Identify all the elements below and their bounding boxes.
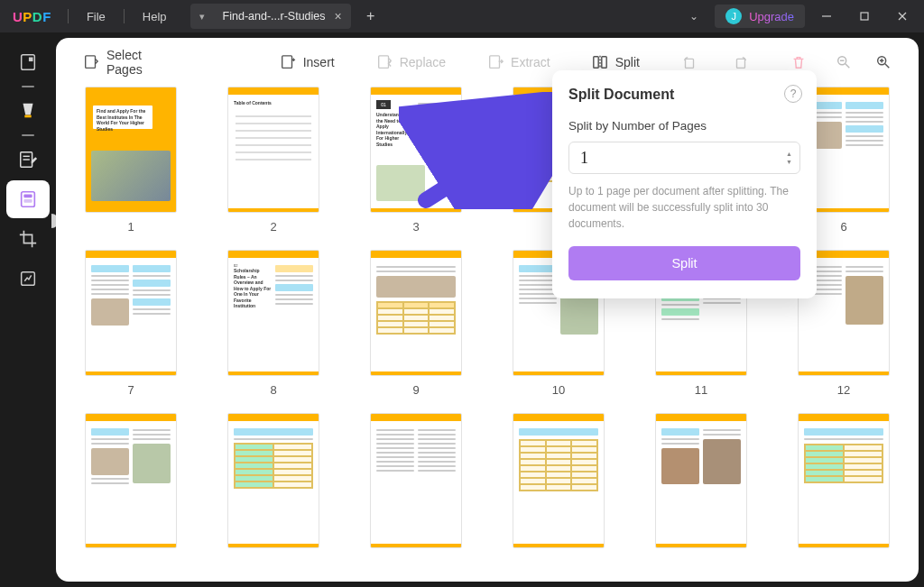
svg-rect-14 [86, 56, 96, 69]
document-tab[interactable]: Find-and-...r-Studies × [214, 4, 351, 29]
svg-rect-18 [378, 56, 388, 69]
zoom-out-button[interactable] [827, 49, 861, 76]
select-pages-button[interactable]: Select Pages [74, 42, 152, 82]
thumb-title: Understanding the Need to Apply Internat… [376, 112, 414, 147]
page-number: 3 [412, 220, 419, 234]
upgrade-label: Upgrade [749, 10, 794, 23]
split-confirm-button[interactable]: Split [568, 246, 800, 280]
upgrade-button[interactable]: J Upgrade [715, 5, 805, 28]
page-thumbnail-18[interactable] [794, 413, 893, 548]
separator [124, 9, 125, 23]
sidebar-crop-icon[interactable] [6, 220, 50, 258]
extract-icon [487, 54, 504, 70]
page-thumbnail-17[interactable] [651, 413, 751, 548]
sidebar [0, 32, 56, 587]
extract-label: Extract [511, 55, 550, 69]
page-number: 9 [412, 383, 419, 397]
zoom-in-icon [875, 54, 892, 70]
split-label: Split [615, 55, 640, 69]
stepper: ▲ ▼ [786, 151, 792, 165]
page-number: 6 [840, 220, 846, 234]
page-thumbnail-16[interactable] [509, 413, 608, 548]
svg-rect-12 [23, 199, 32, 203]
page-number: 12 [837, 383, 850, 397]
insert-icon [280, 54, 296, 70]
svg-line-29 [885, 64, 890, 69]
page-number: 7 [127, 383, 134, 397]
sidebar-separator [6, 132, 50, 139]
menu-file[interactable]: File [72, 10, 120, 23]
sidebar-highlight-icon[interactable] [6, 92, 50, 130]
page-number: 1 [127, 220, 134, 234]
svg-rect-23 [685, 59, 693, 68]
sidebar-watermark-icon[interactable] [6, 260, 50, 298]
split-count-input-wrapper: ▲ ▼ [568, 142, 800, 174]
menu-help[interactable]: Help [128, 10, 181, 23]
page-thumbnail-3[interactable]: 01Understanding the Need to Apply Intern… [366, 87, 466, 234]
thumb-title: Scholarship Rules – An Overview and How … [234, 268, 272, 309]
window-minimize-button[interactable] [810, 0, 843, 32]
select-icon [83, 54, 99, 70]
page-number: 8 [270, 383, 276, 397]
page-number: 2 [270, 220, 276, 234]
svg-rect-24 [736, 59, 744, 68]
thumb-title: Table of Contents [234, 100, 313, 106]
select-pages-label: Select Pages [106, 48, 143, 77]
svg-rect-15 [282, 56, 291, 69]
canvas: Select Pages Insert Replace Extract Spli… [56, 38, 919, 582]
new-tab-button[interactable]: + [358, 4, 383, 29]
replace-label: Replace [400, 55, 446, 69]
popover-title: Split Document [568, 87, 800, 103]
sidebar-separator [6, 83, 50, 90]
sidebar-edit-icon[interactable] [6, 141, 50, 179]
page-thumbnail-2[interactable]: Table of Contents 2 [224, 87, 323, 234]
app-body: Select Pages Insert Replace Extract Spli… [0, 32, 924, 587]
window-maximize-button[interactable] [848, 0, 881, 32]
page-thumbnail-9[interactable]: 9 [366, 250, 466, 397]
page-thumbnail-15[interactable] [366, 413, 466, 548]
chapter-number: 01 [376, 100, 391, 109]
thumb-title: Find and Apply For the Best Institutes I… [93, 105, 152, 134]
app-logo: UPDF [0, 9, 64, 24]
insert-button[interactable]: Insert [271, 49, 344, 76]
zoom-in-button[interactable] [866, 49, 901, 76]
svg-rect-11 [23, 195, 32, 198]
rotate-left-icon [681, 54, 698, 70]
page-thumbnail-1[interactable]: Find and Apply For the Best Institutes I… [81, 87, 180, 234]
thumb-title: The 10 Best Global Universities Leading … [519, 100, 557, 130]
chevron-down-icon[interactable]: ⌄ [679, 10, 709, 23]
replace-button[interactable]: Replace [367, 49, 455, 76]
split-hint: Up to 1 page per document after splittin… [568, 183, 800, 232]
tab-group: ▾ Find-and-...r-Studies × + [190, 4, 383, 29]
window-close-button[interactable] [886, 0, 919, 32]
svg-rect-21 [602, 57, 606, 69]
tab-title: Find-and-...r-Studies [223, 10, 326, 23]
svg-rect-4 [22, 55, 35, 70]
tab-pin-icon[interactable]: ▾ [190, 4, 214, 29]
step-up-icon[interactable]: ▲ [786, 151, 792, 157]
page-number: 11 [695, 383, 707, 397]
trash-icon [790, 54, 807, 70]
extract-button[interactable]: Extract [478, 49, 559, 76]
sidebar-organize-icon[interactable] [6, 180, 50, 218]
page-thumbnail-14[interactable] [224, 413, 323, 548]
help-icon[interactable]: ? [784, 85, 802, 103]
svg-rect-6 [24, 115, 31, 118]
svg-rect-1 [861, 13, 868, 20]
avatar: J [725, 8, 742, 24]
split-count-input[interactable] [580, 149, 786, 168]
rotate-right-icon [733, 54, 749, 70]
close-icon[interactable]: × [335, 9, 342, 23]
page-thumbnail-13[interactable] [81, 413, 180, 548]
page-thumbnail-8[interactable]: 02Scholarship Rules – An Overview and Ho… [224, 250, 323, 397]
separator [68, 9, 69, 23]
step-down-icon[interactable]: ▼ [786, 159, 792, 165]
page-number: 10 [552, 383, 565, 397]
svg-rect-19 [490, 56, 500, 69]
zoom-out-icon [836, 54, 852, 70]
page-thumbnail-7[interactable]: 7 [81, 250, 180, 397]
replace-icon [376, 54, 393, 70]
split-mode-label: Split by Number of Pages [568, 119, 800, 133]
svg-rect-5 [29, 58, 33, 62]
sidebar-reader-icon[interactable] [6, 43, 50, 81]
